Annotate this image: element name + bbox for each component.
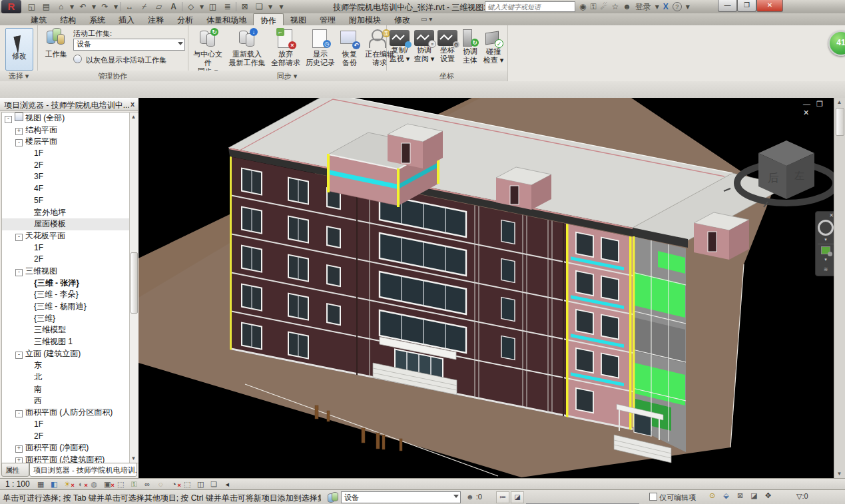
- text-icon[interactable]: A: [167, 1, 180, 12]
- show-history-button[interactable]: ◷ 显示历史记录: [305, 28, 336, 67]
- user-icon[interactable]: ☻: [623, 1, 631, 12]
- tree-item-area-plans-gross[interactable]: +面积平面 (总建筑面积): [2, 454, 130, 463]
- select-underlay-elements-icon[interactable]: ⬙: [721, 491, 731, 500]
- view-minimize-icon[interactable]: —: [803, 100, 812, 108]
- sync-with-central-button[interactable]: ↻ 与中心文件同步 ▾: [190, 28, 225, 76]
- steering-wheel-icon[interactable]: [818, 220, 834, 236]
- show-rendering-dialog-icon[interactable]: ◍: [89, 480, 99, 489]
- wheel-dropdown-icon[interactable]: ▾: [816, 237, 834, 242]
- tree-item-3d-model[interactable]: 三维模型: [2, 324, 130, 336]
- tree-item-elevations[interactable]: -立面 (建筑立面): [2, 348, 130, 360]
- vscroll-up-icon[interactable]: ▲: [834, 98, 844, 107]
- restore-backup-button[interactable]: ↶ 恢复备份: [338, 28, 361, 67]
- tree-item-floor-5f[interactable]: 5F: [2, 195, 130, 207]
- scroll-up-icon[interactable]: ▲: [130, 113, 137, 121]
- redo-icon[interactable]: ↷: [99, 1, 111, 12]
- tree-item-3d-yangyudi[interactable]: {三维 - 杨雨迪}: [2, 301, 130, 313]
- sign-in-label[interactable]: 登录: [635, 1, 651, 12]
- select-elements-by-face-icon[interactable]: ◪: [749, 491, 759, 500]
- editable-only-checkbox-box[interactable]: [649, 493, 657, 501]
- minimize-button[interactable]: —: [718, 0, 737, 12]
- navbar-more-icon[interactable]: ≋: [816, 266, 834, 272]
- tree-item-3d-zhangyang[interactable]: {三维 - 张洋}: [2, 278, 130, 290]
- copy-monitor-button[interactable]: 复制/监视 ▾: [388, 28, 412, 63]
- view-close-icon[interactable]: ✕: [803, 109, 811, 117]
- vscroll-down-icon[interactable]: ▼: [834, 469, 844, 478]
- drawing-area-scrollbar[interactable]: ▲ ▼: [834, 98, 845, 478]
- interference-check-button[interactable]: ✓ 碰撞检查 ▾: [482, 28, 505, 65]
- temporary-view-properties-icon[interactable]: ⬚: [182, 480, 192, 489]
- navbar-close-icon[interactable]: ✕: [816, 212, 834, 218]
- coordination-settings-button[interactable]: ⚙ 坐标设置: [437, 28, 458, 63]
- navigation-bar[interactable]: ✕ ▾ ▾ ≋: [815, 211, 834, 276]
- 3d-dropdown-icon[interactable]: ▾: [199, 1, 204, 12]
- active-workset-statusbar-combobox[interactable]: 设备: [341, 491, 461, 503]
- exchange-apps-icon[interactable]: X: [663, 1, 669, 12]
- tab-structure[interactable]: 结构: [53, 13, 83, 25]
- tree-item-ceiling-plans[interactable]: -天花板平面: [2, 230, 130, 242]
- help-icon[interactable]: ?: [673, 2, 682, 11]
- project-browser-close-icon[interactable]: x: [128, 100, 137, 109]
- tree-item-area-plans-net[interactable]: +面积平面 (净面积): [2, 442, 130, 454]
- detail-level-icon[interactable]: ▦: [36, 480, 46, 489]
- tab-properties[interactable]: 属性: [1, 463, 29, 477]
- reveal-hidden-elements-icon[interactable]: ◌: [156, 480, 166, 489]
- zoom-tool-icon[interactable]: [821, 246, 830, 254]
- tree-item-elev-south[interactable]: 南: [2, 383, 130, 395]
- project-browser-title[interactable]: 项目浏览器 - 技师学院机电培训中...: [0, 98, 138, 111]
- editable-only-checkbox[interactable]: 仅可编辑项: [649, 493, 696, 503]
- tab-manage[interactable]: 管理: [313, 13, 342, 25]
- undo-icon[interactable]: ↶: [77, 1, 89, 12]
- shadows-icon[interactable]: ◐×: [76, 480, 86, 489]
- analytical-model-icon[interactable]: ◫: [196, 480, 206, 489]
- panel-label-manage-collaboration[interactable]: 管理协作: [37, 71, 188, 81]
- scroll-thumb[interactable]: [131, 252, 138, 314]
- tab-massing-site[interactable]: 体量和场地: [200, 13, 253, 25]
- tree-item-structural-plans[interactable]: +结构平面: [2, 125, 130, 136]
- tree-item-floor-4f[interactable]: 4F: [2, 183, 130, 195]
- aligned-dimension-icon[interactable]: ⌿: [138, 1, 150, 12]
- help-dropdown-icon[interactable]: ▾: [686, 1, 690, 12]
- coordination-review-button[interactable]: ≡ 协调查阅 ▾: [413, 28, 435, 63]
- tree-item-area-2f[interactable]: 2F: [2, 431, 130, 443]
- tree-item-site-grade[interactable]: 室外地坪: [2, 207, 130, 219]
- measure-icon[interactable]: ↔: [123, 1, 136, 12]
- tab-collaborate[interactable]: 协作: [253, 13, 284, 26]
- tree-item-ceiling-1f[interactable]: 1F: [2, 242, 130, 254]
- tree-item-3d-default[interactable]: {三维}: [2, 313, 130, 325]
- tree-item-floor-3f[interactable]: 3F: [2, 171, 130, 183]
- displaced-elements-icon[interactable]: ❏: [209, 480, 219, 489]
- close-hidden-windows-icon[interactable]: ⊠: [238, 1, 251, 12]
- select-pinned-elements-icon[interactable]: ⊠: [735, 491, 745, 500]
- tab-modify[interactable]: 修改: [388, 13, 417, 25]
- select-links-icon[interactable]: ⊙: [707, 491, 717, 500]
- reload-latest-button[interactable]: ↓ 重新载入最新工作集: [228, 28, 266, 67]
- design-options-icon[interactable]: ◪: [511, 491, 524, 503]
- selection-filter[interactable]: ▽:0: [796, 492, 808, 501]
- tab-project-browser[interactable]: 项目浏览器 - 技师学院机电培训...: [29, 463, 137, 477]
- tree-item-ceiling-2f[interactable]: 2F: [2, 254, 130, 266]
- editing-requests-status[interactable]: ☻ :0: [466, 493, 482, 501]
- tree-item-3d-view-1[interactable]: 三维视图 1: [2, 336, 130, 348]
- open-icon[interactable]: ◱: [25, 1, 38, 12]
- visual-style-icon[interactable]: ◧: [49, 480, 59, 489]
- tab-insert[interactable]: 插入: [112, 13, 141, 25]
- crop-region-visibility-icon[interactable]: ⬚: [116, 480, 126, 489]
- sync-dropdown-icon[interactable]: ▾: [69, 1, 75, 12]
- redo-dropdown-icon[interactable]: ▾: [113, 1, 119, 12]
- default-3d-view-icon[interactable]: ◇: [184, 1, 197, 12]
- section-icon[interactable]: ◫: [206, 1, 219, 12]
- project-browser-scrollbar[interactable]: ▲ ▼: [129, 112, 139, 463]
- scroll-down-icon[interactable]: ▼: [130, 454, 137, 463]
- close-button[interactable]: ✕: [756, 0, 783, 12]
- sign-in-dropdown-icon[interactable]: ▾: [655, 1, 659, 12]
- tab-architecture[interactable]: 建筑: [24, 13, 53, 25]
- tag-icon[interactable]: ▱: [152, 1, 165, 12]
- panel-label-synchronize[interactable]: 同步 ▾: [188, 71, 386, 81]
- sync-with-central-icon[interactable]: ⌂: [55, 1, 67, 12]
- search-input[interactable]: [485, 1, 575, 12]
- customize-qat-icon[interactable]: ▾: [275, 1, 288, 12]
- switch-windows-dropdown-icon[interactable]: ▾: [268, 1, 273, 12]
- coordination-host-button[interactable]: ↻ 协调主体: [459, 28, 481, 65]
- tree-item-views-root[interactable]: -视图 (全部): [2, 113, 130, 125]
